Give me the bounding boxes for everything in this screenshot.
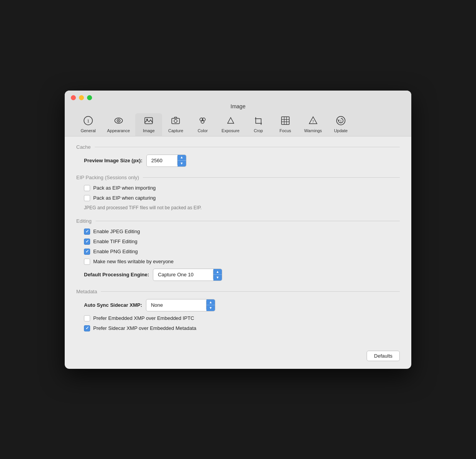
- warnings-icon: ?: [308, 116, 318, 127]
- capture-label: Capture: [168, 128, 183, 133]
- toolbar-item-appearance[interactable]: Appearance: [102, 113, 135, 136]
- toolbar-item-exposure[interactable]: Exposure: [216, 113, 245, 136]
- preview-row: Preview Image Size (px): 2560 ▲ ▼: [76, 155, 400, 167]
- pack-import-row: Pack as EIP when importing: [76, 185, 400, 191]
- crop-icon: [253, 116, 263, 127]
- prefer-embedded-xmp-label: Prefer Embedded XMP over Embedded IPTC: [93, 315, 194, 321]
- jpeg-editing-checkbox[interactable]: [84, 229, 90, 235]
- cache-divider: [95, 147, 400, 147]
- toolbar-item-focus[interactable]: Focus: [272, 113, 299, 136]
- preview-label: Preview Image Size (px):: [84, 158, 142, 163]
- editing-section: Editing Enable JPEG Editing Enable TIFF …: [76, 218, 400, 281]
- close-button[interactable]: [71, 95, 76, 100]
- preferences-window: Image 1 General: [65, 91, 411, 369]
- footer: Defaults: [65, 347, 411, 369]
- engine-row: Default Processing Engine: Capture One 1…: [76, 269, 400, 281]
- metadata-divider: [101, 291, 400, 292]
- window-controls: [71, 95, 92, 100]
- png-editing-row: Enable PNG Editing: [76, 249, 400, 255]
- prefer-embedded-xmp-row: Prefer Embedded XMP over Embedded IPTC: [76, 315, 400, 321]
- toolbar-item-capture[interactable]: Capture: [162, 113, 189, 136]
- eip-section: EIP Packing (Sessions only) Pack as EIP …: [76, 175, 400, 210]
- svg-text:1: 1: [87, 118, 90, 124]
- writable-checkbox[interactable]: [84, 259, 90, 265]
- toolbar-item-crop[interactable]: Crop: [245, 113, 272, 136]
- png-editing-label: Enable PNG Editing: [93, 249, 138, 254]
- eip-note: JPEG and processed TIFF files will not b…: [76, 205, 400, 210]
- preview-value: 2560: [147, 156, 178, 165]
- maximize-button[interactable]: [87, 95, 92, 100]
- editing-header: Editing: [76, 218, 400, 224]
- prefer-embedded-xmp-checkbox[interactable]: [84, 315, 90, 321]
- engine-up-arrow[interactable]: ▲: [213, 269, 222, 275]
- sync-value: None: [146, 301, 206, 309]
- editing-title: Editing: [76, 218, 92, 224]
- sync-dropdown[interactable]: None ▲ ▼: [146, 299, 215, 311]
- toolbar-item-image[interactable]: Image: [135, 113, 162, 136]
- prefer-sidecar-xmp-label: Prefer Sidecar XMP over Embedded Metadat…: [93, 325, 196, 331]
- cache-header: Cache: [76, 144, 400, 150]
- svg-text:?: ?: [312, 119, 314, 124]
- preview-up-arrow[interactable]: ▲: [178, 155, 186, 161]
- engine-value: Capture One 10: [153, 270, 213, 279]
- writable-row: Make new files writable by everyone: [76, 259, 400, 265]
- warnings-label: Warnings: [304, 128, 322, 133]
- pack-capture-row: Pack as EIP when capturing: [76, 195, 400, 201]
- prefer-sidecar-xmp-checkbox[interactable]: [84, 325, 90, 331]
- metadata-title: Metadata: [76, 289, 97, 294]
- eip-divider: [143, 177, 400, 178]
- svg-rect-7: [172, 118, 179, 124]
- sync-label: Auto Sync Sidecar XMP:: [84, 302, 142, 308]
- appearance-label: Appearance: [107, 128, 130, 133]
- engine-label: Default Processing Engine:: [84, 272, 149, 277]
- tiff-editing-label: Enable TIFF Editing: [93, 239, 137, 244]
- toolbar-item-general[interactable]: 1 General: [75, 113, 102, 136]
- toolbar-item-update[interactable]: 1 Update: [327, 113, 354, 136]
- writable-label: Make new files writable by everyone: [93, 259, 174, 264]
- jpeg-editing-row: Enable JPEG Editing: [76, 229, 400, 235]
- capture-icon: [171, 116, 181, 127]
- prefer-sidecar-xmp-row: Prefer Sidecar XMP over Embedded Metadat…: [76, 325, 400, 331]
- preview-stepper[interactable]: 2560 ▲ ▼: [146, 155, 186, 167]
- engine-arrows[interactable]: ▲ ▼: [213, 269, 222, 281]
- pack-import-checkbox[interactable]: [84, 185, 90, 191]
- metadata-header: Metadata: [76, 289, 400, 294]
- eip-header: EIP Packing (Sessions only): [76, 175, 400, 180]
- appearance-icon: [114, 116, 124, 127]
- toolbar-item-warnings[interactable]: ? Warnings: [299, 113, 327, 136]
- pack-capture-checkbox[interactable]: [84, 195, 90, 201]
- exposure-icon: [226, 116, 236, 127]
- crop-label: Crop: [254, 128, 263, 133]
- editing-divider: [96, 221, 400, 221]
- pack-capture-label: Pack as EIP when capturing: [93, 195, 156, 201]
- tiff-editing-checkbox[interactable]: [84, 239, 90, 245]
- color-icon: [198, 116, 208, 127]
- sync-down-arrow[interactable]: ▼: [206, 305, 215, 311]
- cache-title: Cache: [76, 144, 91, 150]
- general-label: General: [80, 128, 96, 133]
- png-editing-checkbox[interactable]: [84, 249, 90, 255]
- content-area: Cache Preview Image Size (px): 2560 ▲ ▼ …: [65, 136, 411, 347]
- sync-up-arrow[interactable]: ▲: [206, 299, 215, 305]
- pack-import-label: Pack as EIP when importing: [93, 185, 156, 191]
- svg-point-8: [174, 119, 177, 123]
- defaults-button[interactable]: Defaults: [367, 351, 400, 361]
- engine-down-arrow[interactable]: ▼: [213, 275, 222, 281]
- sync-arrows[interactable]: ▲ ▼: [206, 299, 215, 311]
- update-label: Update: [334, 128, 347, 133]
- image-icon: [144, 116, 154, 127]
- toolbar: 1 General Appearance: [71, 113, 405, 136]
- image-label: Image: [143, 128, 155, 133]
- focus-icon: [280, 116, 290, 127]
- jpeg-editing-label: Enable JPEG Editing: [93, 229, 140, 234]
- preview-down-arrow[interactable]: ▼: [178, 161, 186, 166]
- engine-dropdown[interactable]: Capture One 10 ▲ ▼: [153, 269, 222, 281]
- minimize-button[interactable]: [79, 95, 84, 100]
- exposure-label: Exposure: [221, 128, 239, 133]
- general-icon: 1: [83, 116, 93, 127]
- svg-rect-12: [282, 117, 289, 124]
- toolbar-item-color[interactable]: Color: [189, 113, 216, 136]
- cache-section: Cache Preview Image Size (px): 2560 ▲ ▼: [76, 144, 400, 167]
- preview-arrows[interactable]: ▲ ▼: [178, 155, 186, 166]
- title-bar: Image 1 General: [65, 91, 411, 136]
